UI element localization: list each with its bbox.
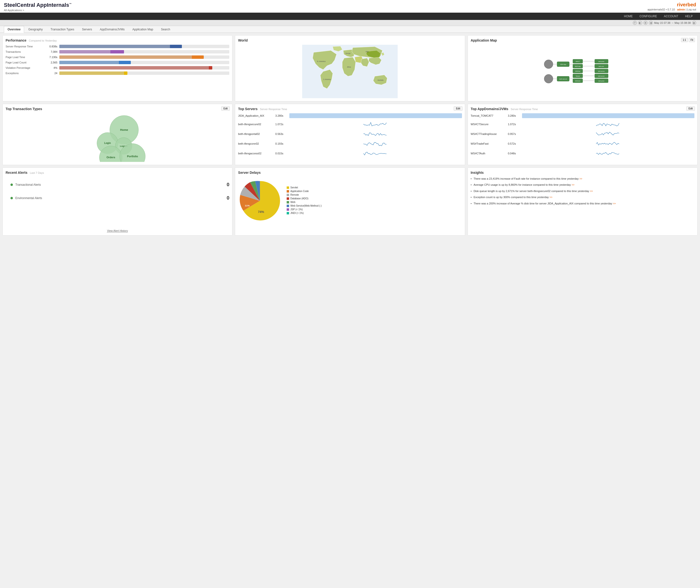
map-btn-fit[interactable]: Fit bbox=[689, 38, 695, 42]
bubble-container: Home Login Logout Orders Portfolio bbox=[6, 113, 229, 162]
tab-overview[interactable]: Overview bbox=[4, 26, 24, 33]
svg-text:beth-portal: beth-portal bbox=[598, 61, 604, 62]
svg-text:WS#CT: WS#CT bbox=[576, 61, 580, 62]
grid-icon[interactable]: ⊞ bbox=[644, 21, 647, 25]
recent-alerts-title: Recent Alerts Last 7 Days bbox=[6, 171, 229, 175]
legend-item: Database (ADO) bbox=[287, 197, 321, 200]
pie-container: 74% 11% Servlet Application Code Remote … bbox=[238, 176, 462, 223]
recent-alerts-panel: Recent Alerts Last 7 Days Transactional … bbox=[2, 167, 232, 236]
insight-item: Average CPU usage is up by 8,860% for in… bbox=[471, 183, 694, 187]
app-map-controls: 1:1 Fit bbox=[681, 38, 695, 42]
performance-title: Performance Compared to Yesterday bbox=[6, 38, 229, 42]
insight-link[interactable]: >> bbox=[590, 190, 593, 193]
svg-text:Tomcat: Tomcat bbox=[576, 75, 580, 77]
map-btn-1to1[interactable]: 1:1 bbox=[681, 38, 688, 42]
server-row: JIDA_Application_AIX 3.280s bbox=[238, 113, 462, 118]
nav-help[interactable]: HELP bbox=[682, 13, 696, 20]
insights-list: There was a 23,419% increase of Fault ra… bbox=[471, 177, 694, 205]
top-servers-title: Top Servers Server Response Time bbox=[238, 107, 462, 111]
svg-text:JIDA App: JIDA App bbox=[560, 64, 566, 65]
nav-home[interactable]: HOME bbox=[620, 13, 636, 20]
svg-text:11%: 11% bbox=[245, 204, 250, 207]
server-delays-title: Server Delays bbox=[238, 171, 462, 175]
server-row: beth-tfengsecure02 1.072s bbox=[238, 121, 462, 128]
play-icon[interactable]: ▶ bbox=[638, 21, 642, 25]
appdomain-list: Tomcat_TOMCAT7 3.280s WS#CTSecure 1.072s… bbox=[471, 113, 694, 157]
tab-transaction-types[interactable]: Transaction Types bbox=[47, 26, 78, 33]
time-bar: ⏱ ▶ ⊞ ◀ May 15 07:38 → May 15 08:38 ▶ bbox=[0, 20, 700, 26]
environmental-count: 0 bbox=[227, 195, 229, 201]
top-appdomains-edit[interactable]: Edit bbox=[686, 106, 695, 111]
insight-link[interactable]: >> bbox=[572, 184, 575, 186]
svg-text:Home: Home bbox=[120, 128, 128, 132]
nav-account[interactable]: ACCOUNT bbox=[660, 13, 682, 20]
top-servers-panel: Top Servers Server Response Time Edit JI… bbox=[235, 104, 465, 165]
view-alert-history-link[interactable]: View Alert History bbox=[107, 229, 128, 232]
svg-text:WS#Auth: WS#Auth bbox=[575, 80, 580, 82]
insights-title: Insights bbox=[471, 171, 694, 175]
insight-link[interactable]: >> bbox=[613, 202, 616, 205]
appdomain-row: Tomcat_TOMCAT7 3.280s bbox=[471, 113, 694, 118]
nav-configure[interactable]: CONFIGURE bbox=[636, 13, 660, 20]
performance-row: Server Response Time 0.838s bbox=[6, 45, 229, 48]
tab-servers[interactable]: Servers bbox=[78, 26, 96, 33]
performance-row: Exceptions 24 bbox=[6, 71, 229, 75]
legend-item: Web Service|Web Method (-) bbox=[287, 204, 321, 207]
transactional-alert-row: Transactional Alerts 0 bbox=[10, 182, 229, 187]
appdomain-row: WS#CTTradingHouse 0.957s bbox=[471, 130, 694, 138]
all-apps-link[interactable]: All Applications > bbox=[4, 9, 71, 12]
appdomain-row: WS#CTAuth 0.048s bbox=[471, 150, 694, 157]
performance-metrics: Server Response Time 0.838s Transactions… bbox=[6, 45, 229, 75]
transactional-dot bbox=[10, 184, 13, 186]
tabs: Overview Geography Transaction Types Ser… bbox=[0, 26, 700, 33]
server-delays-panel: Server Delays 74% 11% bbox=[235, 167, 465, 236]
performance-row: Violation Percentage 4% bbox=[6, 66, 229, 70]
svg-text:WS#Fast: WS#Fast bbox=[575, 70, 580, 72]
environmental-label: Environmental Alerts bbox=[15, 196, 224, 200]
environmental-dot bbox=[10, 197, 13, 199]
world-map[interactable]: N. America S. America Europe Africa Asia… bbox=[238, 45, 462, 98]
nav-bar: HOME CONFIGURE ACCOUNT HELP bbox=[0, 13, 700, 20]
legend-item: JSP (< 1%) bbox=[287, 208, 321, 211]
top-header: SteelCentral AppInternals™ All Applicati… bbox=[0, 0, 700, 13]
clock-icon[interactable]: ⏱ bbox=[633, 21, 637, 25]
svg-text:Orders: Orders bbox=[106, 156, 115, 159]
svg-text:Africa: Africa bbox=[347, 66, 351, 68]
insight-item: There was a 200% increase of Average % d… bbox=[471, 202, 694, 205]
svg-point-8 bbox=[544, 74, 553, 83]
svg-text:Europe: Europe bbox=[346, 53, 351, 54]
tab-appdomains[interactable]: AppDomains/JVMs bbox=[96, 26, 128, 33]
top-transactions-title: Top Transaction Types bbox=[6, 107, 229, 111]
svg-point-7 bbox=[544, 60, 553, 69]
tab-search[interactable]: Search bbox=[157, 26, 174, 33]
legend-item: Web bbox=[287, 201, 321, 203]
pie-legend: Servlet Application Code Remote Database… bbox=[287, 186, 321, 215]
legend-item: Servlet bbox=[287, 186, 321, 189]
top-transactions-panel: Top Transaction Types Edit Home Login Lo… bbox=[2, 104, 232, 165]
main-content: Performance Compared to Yesterday Server… bbox=[0, 33, 700, 238]
performance-panel: Performance Compared to Yesterday Server… bbox=[2, 35, 232, 101]
top-servers-edit[interactable]: Edit bbox=[454, 106, 462, 111]
top-transactions-edit[interactable]: Edit bbox=[221, 106, 230, 111]
server-row: beth-tfengportal02 0.563s bbox=[238, 130, 462, 138]
tab-application-map[interactable]: Application Map bbox=[129, 26, 157, 33]
environmental-alert-row: Environmental Alerts 0 bbox=[10, 195, 229, 201]
legend-item: JNDI (< 1%) bbox=[287, 212, 321, 214]
svg-text:beth-secure: beth-secure bbox=[559, 78, 567, 80]
tab-geography[interactable]: Geography bbox=[25, 26, 46, 33]
app-map-panel: Application Map 1:1 Fit bbox=[468, 35, 698, 101]
server-list: JIDA_Application_AIX 3.280s beth-tfengse… bbox=[238, 113, 462, 157]
legend-item: Remote bbox=[287, 193, 321, 196]
svg-text:beth-secure: beth-secure bbox=[598, 75, 605, 77]
svg-text:beth-access: beth-access bbox=[598, 70, 604, 72]
svg-text:Login: Login bbox=[104, 142, 111, 144]
server-row: beth-tfengaccess02 0.015s bbox=[238, 150, 462, 157]
insight-link[interactable]: >> bbox=[549, 196, 552, 199]
insight-item: Disk queue length is up by 2,671% for se… bbox=[471, 189, 694, 193]
svg-text:Portfolio: Portfolio bbox=[127, 155, 138, 158]
prev-icon[interactable]: ◀ bbox=[649, 21, 653, 25]
next-icon[interactable]: ▶ bbox=[692, 21, 696, 25]
svg-text:WS#Trade: WS#Trade bbox=[575, 66, 581, 67]
svg-text:beth-conn: beth-conn bbox=[599, 66, 604, 67]
insight-link[interactable]: >> bbox=[579, 177, 582, 180]
